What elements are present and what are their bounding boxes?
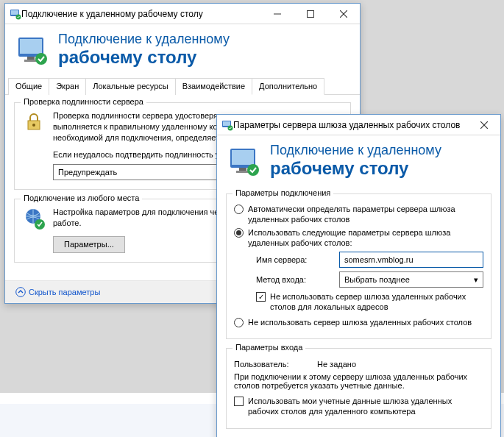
svg-point-13 <box>32 124 35 127</box>
group-legend: Подключение из любого места <box>21 193 142 202</box>
svg-point-26 <box>247 164 259 176</box>
window-title: Подключение к удаленному рабочему столу <box>21 9 260 19</box>
radio-icon <box>234 205 244 214</box>
checkbox-label: Не использовать сервер шлюза удаленных р… <box>270 291 483 313</box>
tab-strip: Общие Экран Локальные ресурсы Взаимодейс… <box>5 77 360 95</box>
titlebar[interactable]: Подключение к удаленному рабочему столу <box>5 4 360 24</box>
banner: Подключение к удаленному рабочему столу <box>217 135 500 189</box>
banner-line2: рабочему столу <box>270 158 441 179</box>
svg-point-16 <box>16 288 26 297</box>
checkbox-bypass-local[interactable]: ✓ Не использовать сервер шлюза удаленных… <box>256 291 483 313</box>
svg-rect-4 <box>307 10 313 17</box>
gateway-settings-button[interactable]: Параметры... <box>53 236 125 253</box>
group-connection-settings: Параметры подключения Автоматически опре… <box>226 193 491 339</box>
user-label: Пользователь: <box>234 360 311 369</box>
tab-display[interactable]: Экран <box>49 78 86 95</box>
login-method-select[interactable]: Выбрать позднее ▾ <box>339 271 483 288</box>
window-title: Параметры сервера шлюза удаленных рабочи… <box>233 120 467 130</box>
radio-icon <box>234 318 244 327</box>
tab-local-resources[interactable]: Локальные ресурсы <box>85 78 175 95</box>
radio-label: Не использовать сервер шлюза удаленных р… <box>248 317 472 327</box>
tab-general[interactable]: Общие <box>8 78 49 95</box>
login-method-value: Выбрать позднее <box>344 275 410 284</box>
tab-experience[interactable]: Взаимодействие <box>175 78 252 95</box>
maximize-button[interactable] <box>294 4 327 24</box>
radio-no-gateway[interactable]: Не использовать сервер шлюза удаленных р… <box>234 317 483 327</box>
radio-auto-detect[interactable]: Автоматически определять параметры серве… <box>234 204 483 225</box>
server-name-value: somesrn.vmblog.ru <box>344 255 414 264</box>
checkbox-label: Использовать мои учетные данные шлюза уд… <box>248 396 483 417</box>
group-legend: Параметры подключения <box>233 188 333 197</box>
group-legend: Проверка подлинности сервера <box>21 97 146 106</box>
svg-rect-23 <box>232 150 254 165</box>
checkbox-icon <box>234 397 244 406</box>
svg-rect-8 <box>20 39 42 54</box>
group-legend: Параметры входа <box>233 343 305 352</box>
rdp-app-icon <box>221 119 233 131</box>
group-login-settings: Параметры входа Пользователь: Не задано … <box>226 348 491 429</box>
svg-rect-9 <box>27 57 35 60</box>
auth-action-select[interactable]: Предупреждать ▾ <box>53 164 230 180</box>
svg-rect-18 <box>223 121 230 126</box>
rdp-app-icon <box>10 8 21 20</box>
radio-label: Использовать следующие параметры сервера… <box>248 227 483 249</box>
rdp-banner-icon <box>229 146 260 177</box>
user-value: Не задано <box>317 360 356 369</box>
gateway-settings-dialog: Параметры сервера шлюза удаленных рабочи… <box>216 114 501 437</box>
radio-icon <box>234 228 244 238</box>
hide-options-label: Скрыть параметры <box>29 288 100 296</box>
minimize-button[interactable] <box>260 4 294 24</box>
banner-line1: Подключение к удаленному <box>270 143 441 158</box>
checkbox-icon: ✓ <box>256 292 266 302</box>
login-method-label: Метод входа: <box>256 275 333 284</box>
svg-rect-24 <box>239 168 246 171</box>
rdp-banner-icon <box>17 35 48 65</box>
svg-point-11 <box>35 53 47 65</box>
server-name-input[interactable]: somesrn.vmblog.ru <box>339 252 483 268</box>
auth-action-value: Предупреждать <box>58 167 117 178</box>
radio-use-settings[interactable]: Использовать следующие параметры сервера… <box>234 227 483 249</box>
server-name-label: Имя сервера: <box>256 255 333 264</box>
globe-icon <box>22 207 46 253</box>
checkbox-share-creds[interactable]: Использовать мои учетные данные шлюза уд… <box>234 396 483 417</box>
close-button[interactable] <box>327 4 360 24</box>
chevron-down-icon: ▾ <box>474 275 478 285</box>
chevron-up-icon <box>15 287 26 297</box>
login-desc: При подключении к этому серверу шлюза уд… <box>234 372 483 390</box>
banner: Подключение к удаленному рабочему столу <box>5 24 360 78</box>
titlebar[interactable]: Параметры сервера шлюза удаленных рабочи… <box>217 115 500 135</box>
banner-line2: рабочему столу <box>58 47 230 68</box>
banner-line1: Подключение к удаленному <box>58 32 230 47</box>
tab-advanced[interactable]: Дополнительно <box>252 78 324 95</box>
close-button[interactable] <box>467 115 500 135</box>
svg-rect-1 <box>11 10 18 15</box>
lock-icon <box>22 110 46 180</box>
radio-label: Автоматически определять параметры серве… <box>248 204 483 225</box>
